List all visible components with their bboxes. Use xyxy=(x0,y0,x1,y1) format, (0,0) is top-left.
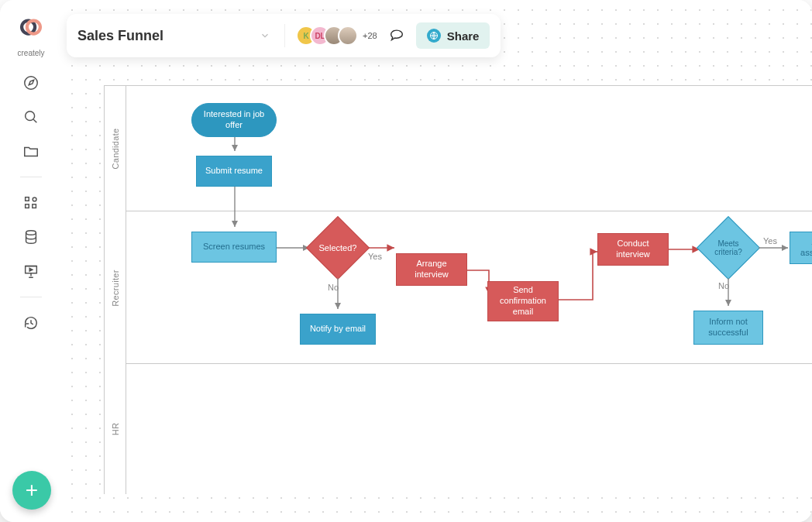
node-start-interested[interactable]: Interested in job offer xyxy=(191,103,277,137)
node-arrange-interview[interactable]: Arrange interview xyxy=(396,253,467,286)
svg-rect-6 xyxy=(26,204,29,208)
sidebar-divider xyxy=(20,177,42,177)
app-window: creately Sales Funnel K DL +28 Share xyxy=(0,0,812,522)
add-button[interactable]: + xyxy=(12,471,51,510)
node-send-confirmation[interactable]: Send confirmation email xyxy=(487,281,559,321)
svg-point-2 xyxy=(25,77,38,90)
comment-icon[interactable] xyxy=(388,27,405,44)
shapes-icon[interactable] xyxy=(22,194,40,211)
node-conduct-interview[interactable]: Conduct interview xyxy=(597,233,669,266)
share-button[interactable]: Share xyxy=(416,22,490,49)
lane-header-hr: HR xyxy=(105,364,126,494)
share-label: Share xyxy=(447,29,480,43)
svg-point-3 xyxy=(26,112,35,121)
compass-icon[interactable] xyxy=(22,74,40,91)
node-notify-email[interactable]: Notify by email xyxy=(300,314,376,345)
document-title[interactable]: Sales Funnel xyxy=(77,28,249,44)
globe-icon xyxy=(427,29,441,43)
avatar[interactable] xyxy=(338,26,358,46)
history-icon[interactable] xyxy=(22,314,40,331)
svg-point-5 xyxy=(33,197,36,201)
database-icon[interactable] xyxy=(22,228,40,246)
folder-icon[interactable] xyxy=(22,143,40,160)
lane-header-recruiter: Recruiter xyxy=(105,211,126,364)
node-submit-resume[interactable]: Submit resume xyxy=(196,156,272,187)
collaborator-avatars[interactable]: K DL +28 xyxy=(296,26,377,46)
edge-label-yes: Yes xyxy=(368,252,382,261)
edge-label-yes: Yes xyxy=(763,236,777,246)
chevron-down-icon[interactable] xyxy=(260,30,270,41)
swimlane-container: Candidate Recruiter HR Interested in job… xyxy=(104,85,812,494)
node-arrange-assessment[interactable]: Arrange assessment d xyxy=(790,232,812,264)
sidebar-divider xyxy=(20,297,42,297)
avatar-more-count[interactable]: +28 xyxy=(363,31,377,40)
brand-name: creately xyxy=(17,49,44,57)
node-decision-meets-criteria[interactable]: Meets criteria? xyxy=(706,225,751,270)
sidebar: creately xyxy=(0,0,62,522)
topbar: Sales Funnel K DL +28 Share xyxy=(67,14,501,57)
svg-rect-4 xyxy=(26,197,29,201)
node-screen-resumes[interactable]: Screen resumes xyxy=(191,232,277,263)
presentation-icon[interactable] xyxy=(22,263,40,280)
brand-logo xyxy=(18,14,44,43)
edge-label-no: No xyxy=(718,281,729,290)
svg-rect-7 xyxy=(33,204,36,208)
divider xyxy=(284,24,285,47)
node-inform-not-successful[interactable]: Inform not successful xyxy=(693,311,763,345)
node-decision-selected[interactable]: Selected? xyxy=(315,225,360,270)
lane-header-candidate: Candidate xyxy=(105,86,126,211)
edge-label-no: No xyxy=(328,283,339,292)
search-icon[interactable] xyxy=(22,108,40,125)
svg-point-8 xyxy=(26,231,36,235)
lane-hr xyxy=(126,364,812,494)
canvas[interactable]: Candidate Recruiter HR Interested in job… xyxy=(62,0,812,522)
